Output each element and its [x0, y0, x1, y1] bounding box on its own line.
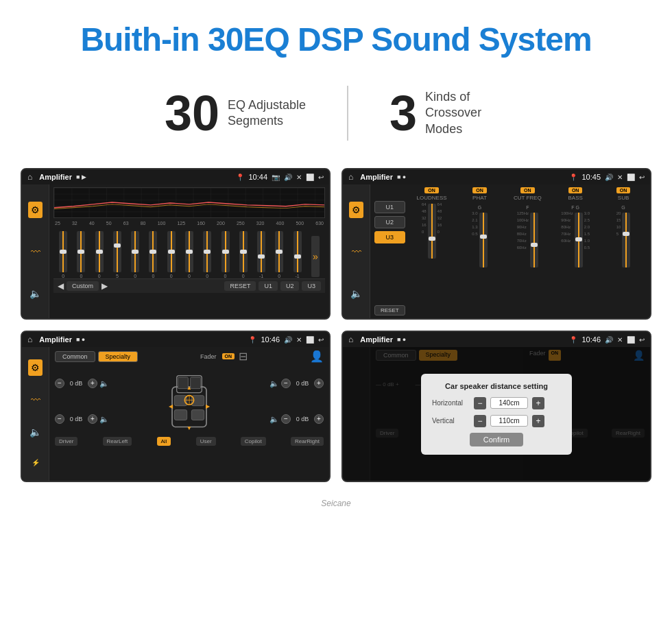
close-icon-1[interactable]: ✕: [296, 174, 302, 181]
rearleft-btn[interactable]: RearLeft: [103, 437, 132, 446]
bass-slider[interactable]: [575, 213, 583, 267]
u2-btn-1[interactable]: U2: [280, 281, 300, 291]
u1-preset[interactable]: U1: [374, 201, 405, 213]
wave-icon-3[interactable]: 〰: [28, 392, 43, 408]
u2-preset[interactable]: U2: [374, 216, 405, 228]
slider-track-14[interactable]: [293, 231, 302, 272]
home-icon-4[interactable]: ⌂: [348, 335, 353, 344]
specialty-tab[interactable]: Specialty: [98, 351, 139, 362]
common-tab[interactable]: Common: [55, 351, 95, 362]
slider-track-12[interactable]: [257, 231, 265, 272]
vol-icon-2[interactable]: 🔈: [348, 285, 365, 302]
plus-btn-l1[interactable]: +: [88, 379, 97, 388]
u1-btn-1[interactable]: U1: [259, 281, 278, 291]
eq-icon-3[interactable]: ⚙: [28, 359, 43, 376]
sub-nums: 2015105: [616, 211, 621, 236]
distance-dialog: Car speaker distance setting Horizontal …: [421, 374, 572, 455]
back-icon-4[interactable]: ↩: [639, 336, 645, 344]
stat-crossover-label: Kinds ofCrossover Modes: [425, 89, 507, 137]
copilot-btn[interactable]: Copilot: [241, 437, 266, 446]
screen-icon-4[interactable]: ⬜: [627, 336, 635, 344]
minus-btn-l2[interactable]: −: [55, 414, 64, 424]
vertical-plus-btn[interactable]: +: [532, 415, 544, 427]
back-icon-2[interactable]: ↩: [639, 174, 645, 181]
volume-icon-2[interactable]: 🔊: [605, 174, 613, 181]
slider-track-1[interactable]: [59, 231, 67, 272]
sub-on-btn[interactable]: ON: [616, 187, 631, 193]
minus-btn-r2[interactable]: −: [281, 414, 291, 424]
slider-track-13[interactable]: [275, 231, 283, 272]
volume-icon-4[interactable]: 🔊: [605, 336, 613, 344]
plus-btn-r2[interactable]: +: [314, 414, 324, 424]
cutfreq-slider[interactable]: [530, 213, 538, 267]
app-name-4: Amplifier: [360, 335, 393, 344]
u3-btn-1[interactable]: U3: [302, 281, 321, 291]
vol-icon-3[interactable]: 🔈: [27, 424, 44, 440]
all-btn[interactable]: All: [157, 437, 171, 446]
volume-icon-3[interactable]: 🔊: [284, 336, 292, 344]
prev-btn[interactable]: ◀: [58, 281, 64, 291]
slider-track-10[interactable]: [221, 231, 230, 272]
rearright-btn[interactable]: RearRight: [291, 437, 324, 446]
next-btn[interactable]: ▶: [101, 281, 108, 291]
vol-icon[interactable]: 🔈: [27, 285, 44, 302]
plus-btn-r1[interactable]: +: [314, 379, 324, 388]
slider-track-11[interactable]: [239, 231, 248, 272]
vertical-label: Vertical: [432, 417, 470, 425]
slider-track-4[interactable]: [113, 231, 121, 272]
back-icon-3[interactable]: ↩: [318, 336, 324, 344]
slider-track-8[interactable]: [185, 231, 193, 272]
wave-icon-2[interactable]: 〰: [349, 243, 364, 260]
loudness-slider[interactable]: [428, 204, 436, 259]
slider-track-7[interactable]: [167, 231, 176, 272]
slider-track-15[interactable]: »: [311, 236, 320, 277]
slider-track-6[interactable]: [149, 231, 157, 272]
driver-btn[interactable]: Driver: [55, 437, 77, 446]
reset-btn-1[interactable]: RESET: [224, 281, 256, 291]
plus-btn-l2[interactable]: +: [88, 414, 97, 424]
custom-btn[interactable]: Custom: [67, 281, 99, 291]
horizontal-minus-btn[interactable]: −: [474, 397, 486, 409]
home-icon-2[interactable]: ⌂: [348, 172, 353, 182]
screen-icon-2[interactable]: ⬜: [627, 174, 635, 181]
minus-btn-r1[interactable]: −: [281, 379, 291, 388]
horizontal-plus-btn[interactable]: +: [532, 397, 544, 409]
sub-slider[interactable]: [622, 213, 630, 267]
fader-on-indicator: ON: [222, 353, 235, 359]
confirm-button[interactable]: Confirm: [470, 433, 524, 446]
user-btn[interactable]: User: [196, 437, 216, 446]
close-icon-2[interactable]: ✕: [617, 174, 623, 181]
volume-icon-1[interactable]: 🔊: [284, 174, 292, 181]
home-icon-3[interactable]: ⌂: [27, 335, 32, 344]
right-controls: 🔈 − 0 dB + 🔈 − 0 dB +: [269, 367, 324, 436]
slider-col-9: 0: [203, 231, 211, 278]
slider-track-3[interactable]: [95, 231, 104, 272]
phat-slider[interactable]: [479, 213, 488, 267]
minus-btn-l1[interactable]: −: [55, 379, 64, 388]
loudness-on-btn[interactable]: ON: [424, 187, 439, 193]
vertical-minus-btn[interactable]: −: [474, 415, 486, 427]
screen-icon-1[interactable]: ⬜: [306, 174, 314, 181]
db-row-left-1: − 0 dB + 🔈: [55, 379, 109, 388]
close-icon-3[interactable]: ✕: [296, 336, 302, 344]
back-icon-1[interactable]: ↩: [318, 174, 324, 181]
slider-track-5[interactable]: [131, 231, 139, 272]
phat-on-btn[interactable]: ON: [472, 187, 487, 193]
screen-icon-3[interactable]: ⬜: [306, 336, 314, 344]
eq-icon-2[interactable]: ⚙: [349, 202, 363, 218]
close-icon-4[interactable]: ✕: [617, 336, 623, 344]
slider-col-6: 0: [149, 231, 157, 278]
bt-icon-3[interactable]: ⚡: [29, 456, 43, 469]
u3-preset[interactable]: U3: [374, 231, 405, 243]
time-2: 10:45: [581, 173, 601, 181]
slider-track-2[interactable]: [77, 231, 85, 272]
wave-icon[interactable]: 〰: [28, 243, 43, 260]
eq-icon[interactable]: ⚙: [28, 202, 43, 218]
slider-track-9[interactable]: [203, 231, 211, 272]
bass-on-btn[interactable]: ON: [568, 187, 583, 193]
record-icon-3: ■ ●: [76, 336, 85, 343]
cutfreq-on-btn[interactable]: ON: [520, 187, 535, 193]
reset-btn-2[interactable]: RESET: [374, 305, 405, 315]
home-icon-1[interactable]: ⌂: [27, 172, 32, 182]
stats-row: 30 EQ AdjustableSegments 3 Kinds ofCross…: [0, 72, 672, 161]
